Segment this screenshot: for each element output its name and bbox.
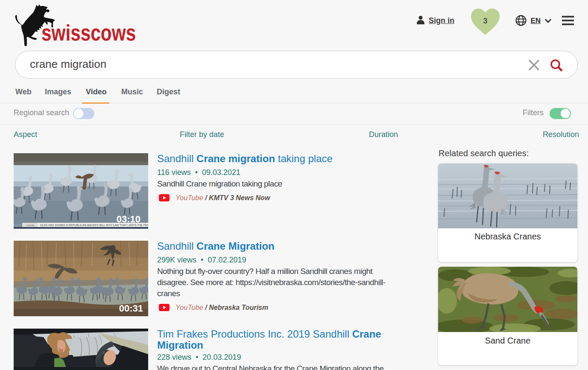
svg-text:00:31: 00:31	[119, 303, 143, 314]
svg-text:03:10: 03:10	[117, 214, 140, 224]
svg-text:3: 3	[483, 17, 487, 25]
svg-text:LOCAL: LOCAL	[26, 224, 35, 227]
